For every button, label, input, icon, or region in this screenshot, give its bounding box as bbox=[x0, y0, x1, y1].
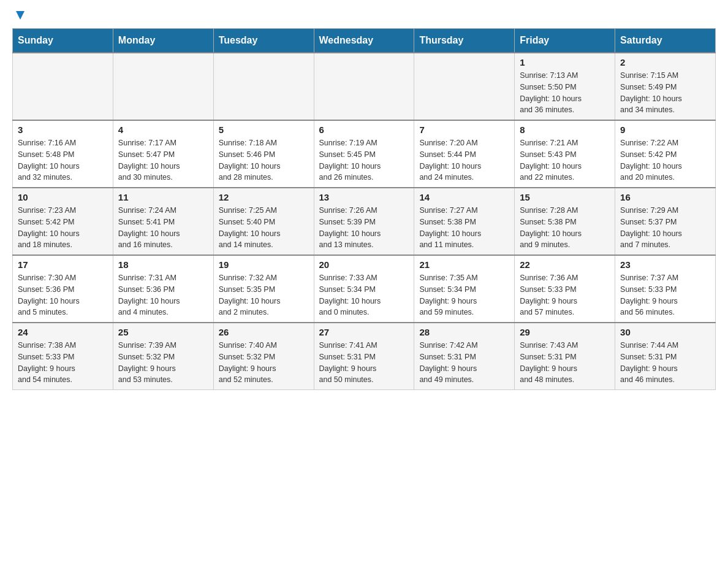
day-number: 18 bbox=[118, 259, 208, 270]
weekday-header-saturday: Saturday bbox=[615, 29, 716, 53]
day-number: 24 bbox=[18, 327, 108, 337]
calendar-cell: 24Sunrise: 7:38 AM Sunset: 5:33 PM Dayli… bbox=[13, 323, 113, 390]
calendar-cell: 4Sunrise: 7:17 AM Sunset: 5:47 PM Daylig… bbox=[113, 120, 213, 188]
calendar-cell: 14Sunrise: 7:27 AM Sunset: 5:38 PM Dayli… bbox=[414, 188, 515, 255]
day-info: Sunrise: 7:32 AM Sunset: 5:35 PM Dayligh… bbox=[219, 272, 309, 318]
day-info: Sunrise: 7:27 AM Sunset: 5:38 PM Dayligh… bbox=[419, 205, 509, 251]
day-number: 16 bbox=[620, 192, 710, 202]
calendar-cell: 12Sunrise: 7:25 AM Sunset: 5:40 PM Dayli… bbox=[213, 188, 314, 255]
day-number: 4 bbox=[118, 124, 208, 135]
calendar-cell bbox=[13, 53, 113, 120]
day-info: Sunrise: 7:36 AM Sunset: 5:33 PM Dayligh… bbox=[520, 272, 610, 318]
calendar-cell: 18Sunrise: 7:31 AM Sunset: 5:36 PM Dayli… bbox=[113, 255, 213, 323]
day-number: 30 bbox=[620, 327, 710, 337]
calendar-cell: 8Sunrise: 7:21 AM Sunset: 5:43 PM Daylig… bbox=[515, 120, 615, 188]
day-number: 27 bbox=[319, 327, 409, 337]
calendar-cell: 23Sunrise: 7:37 AM Sunset: 5:33 PM Dayli… bbox=[615, 255, 716, 323]
calendar-cell: 17Sunrise: 7:30 AM Sunset: 5:36 PM Dayli… bbox=[13, 255, 113, 323]
day-info: Sunrise: 7:30 AM Sunset: 5:36 PM Dayligh… bbox=[18, 272, 108, 318]
calendar-week-row: 24Sunrise: 7:38 AM Sunset: 5:33 PM Dayli… bbox=[13, 323, 716, 390]
day-number: 12 bbox=[219, 192, 309, 202]
day-number: 11 bbox=[118, 192, 208, 202]
calendar-cell: 1Sunrise: 7:13 AM Sunset: 5:50 PM Daylig… bbox=[515, 53, 615, 120]
day-number: 17 bbox=[18, 259, 108, 270]
calendar-cell: 27Sunrise: 7:41 AM Sunset: 5:31 PM Dayli… bbox=[314, 323, 414, 390]
day-info: Sunrise: 7:17 AM Sunset: 5:47 PM Dayligh… bbox=[118, 137, 208, 183]
day-number: 1 bbox=[520, 57, 610, 67]
day-number: 21 bbox=[419, 259, 509, 270]
day-number: 19 bbox=[219, 259, 309, 270]
day-info: Sunrise: 7:29 AM Sunset: 5:37 PM Dayligh… bbox=[620, 205, 710, 251]
calendar-cell: 3Sunrise: 7:16 AM Sunset: 5:48 PM Daylig… bbox=[13, 120, 113, 188]
day-info: Sunrise: 7:19 AM Sunset: 5:45 PM Dayligh… bbox=[319, 137, 409, 183]
day-number: 5 bbox=[219, 124, 309, 135]
day-info: Sunrise: 7:41 AM Sunset: 5:31 PM Dayligh… bbox=[319, 340, 409, 386]
day-info: Sunrise: 7:25 AM Sunset: 5:40 PM Dayligh… bbox=[219, 205, 309, 251]
day-number: 23 bbox=[620, 259, 710, 270]
day-info: Sunrise: 7:31 AM Sunset: 5:36 PM Dayligh… bbox=[118, 272, 208, 318]
day-number: 20 bbox=[319, 259, 409, 270]
day-number: 13 bbox=[319, 192, 409, 202]
svg-marker-0 bbox=[16, 11, 25, 20]
calendar-cell: 25Sunrise: 7:39 AM Sunset: 5:32 PM Dayli… bbox=[113, 323, 213, 390]
calendar-week-row: 3Sunrise: 7:16 AM Sunset: 5:48 PM Daylig… bbox=[13, 120, 716, 188]
day-number: 22 bbox=[520, 259, 610, 270]
day-info: Sunrise: 7:39 AM Sunset: 5:32 PM Dayligh… bbox=[118, 340, 208, 386]
day-number: 6 bbox=[319, 124, 409, 135]
day-number: 28 bbox=[419, 327, 509, 337]
weekday-header-friday: Friday bbox=[515, 29, 615, 53]
calendar-cell: 5Sunrise: 7:18 AM Sunset: 5:46 PM Daylig… bbox=[213, 120, 314, 188]
day-number: 2 bbox=[620, 57, 710, 67]
calendar-cell: 30Sunrise: 7:44 AM Sunset: 5:31 PM Dayli… bbox=[615, 323, 716, 390]
day-number: 26 bbox=[219, 327, 309, 337]
day-number: 7 bbox=[419, 124, 509, 135]
day-info: Sunrise: 7:42 AM Sunset: 5:31 PM Dayligh… bbox=[419, 340, 509, 386]
day-info: Sunrise: 7:37 AM Sunset: 5:33 PM Dayligh… bbox=[620, 272, 710, 318]
calendar-cell: 13Sunrise: 7:26 AM Sunset: 5:39 PM Dayli… bbox=[314, 188, 414, 255]
calendar-cell: 26Sunrise: 7:40 AM Sunset: 5:32 PM Dayli… bbox=[213, 323, 314, 390]
calendar-cell: 20Sunrise: 7:33 AM Sunset: 5:34 PM Dayli… bbox=[314, 255, 414, 323]
day-info: Sunrise: 7:18 AM Sunset: 5:46 PM Dayligh… bbox=[219, 137, 309, 183]
day-number: 3 bbox=[18, 124, 108, 135]
day-number: 9 bbox=[620, 124, 710, 135]
day-info: Sunrise: 7:38 AM Sunset: 5:33 PM Dayligh… bbox=[18, 340, 108, 386]
day-number: 10 bbox=[18, 192, 108, 202]
calendar-cell: 6Sunrise: 7:19 AM Sunset: 5:45 PM Daylig… bbox=[314, 120, 414, 188]
day-number: 15 bbox=[520, 192, 610, 202]
day-info: Sunrise: 7:44 AM Sunset: 5:31 PM Dayligh… bbox=[620, 340, 710, 386]
day-number: 25 bbox=[118, 327, 208, 337]
day-info: Sunrise: 7:20 AM Sunset: 5:44 PM Dayligh… bbox=[419, 137, 509, 183]
logo bbox=[12, 12, 27, 22]
day-info: Sunrise: 7:33 AM Sunset: 5:34 PM Dayligh… bbox=[319, 272, 409, 318]
day-info: Sunrise: 7:13 AM Sunset: 5:50 PM Dayligh… bbox=[520, 70, 610, 116]
calendar-cell bbox=[213, 53, 314, 120]
day-number: 8 bbox=[520, 124, 610, 135]
calendar-cell: 16Sunrise: 7:29 AM Sunset: 5:37 PM Dayli… bbox=[615, 188, 716, 255]
calendar-cell bbox=[113, 53, 213, 120]
day-number: 14 bbox=[419, 192, 509, 202]
day-info: Sunrise: 7:35 AM Sunset: 5:34 PM Dayligh… bbox=[419, 272, 509, 318]
day-info: Sunrise: 7:15 AM Sunset: 5:49 PM Dayligh… bbox=[620, 70, 710, 116]
weekday-header-thursday: Thursday bbox=[414, 29, 515, 53]
weekday-header-wednesday: Wednesday bbox=[314, 29, 414, 53]
day-info: Sunrise: 7:23 AM Sunset: 5:42 PM Dayligh… bbox=[18, 205, 108, 251]
calendar-cell: 7Sunrise: 7:20 AM Sunset: 5:44 PM Daylig… bbox=[414, 120, 515, 188]
calendar-cell bbox=[314, 53, 414, 120]
calendar-week-row: 17Sunrise: 7:30 AM Sunset: 5:36 PM Dayli… bbox=[13, 255, 716, 323]
calendar-cell: 2Sunrise: 7:15 AM Sunset: 5:49 PM Daylig… bbox=[615, 53, 716, 120]
calendar-cell: 19Sunrise: 7:32 AM Sunset: 5:35 PM Dayli… bbox=[213, 255, 314, 323]
weekday-header-sunday: Sunday bbox=[13, 29, 113, 53]
calendar-cell: 11Sunrise: 7:24 AM Sunset: 5:41 PM Dayli… bbox=[113, 188, 213, 255]
weekday-header-row: SundayMondayTuesdayWednesdayThursdayFrid… bbox=[13, 29, 716, 53]
day-info: Sunrise: 7:21 AM Sunset: 5:43 PM Dayligh… bbox=[520, 137, 610, 183]
day-info: Sunrise: 7:16 AM Sunset: 5:48 PM Dayligh… bbox=[18, 137, 108, 183]
calendar-week-row: 1Sunrise: 7:13 AM Sunset: 5:50 PM Daylig… bbox=[13, 53, 716, 120]
weekday-header-monday: Monday bbox=[113, 29, 213, 53]
calendar-week-row: 10Sunrise: 7:23 AM Sunset: 5:42 PM Dayli… bbox=[13, 188, 716, 255]
logo-triangle-icon bbox=[13, 9, 27, 22]
page-header bbox=[12, 12, 716, 22]
day-info: Sunrise: 7:43 AM Sunset: 5:31 PM Dayligh… bbox=[520, 340, 610, 386]
calendar-cell: 9Sunrise: 7:22 AM Sunset: 5:42 PM Daylig… bbox=[615, 120, 716, 188]
calendar-cell: 22Sunrise: 7:36 AM Sunset: 5:33 PM Dayli… bbox=[515, 255, 615, 323]
day-info: Sunrise: 7:40 AM Sunset: 5:32 PM Dayligh… bbox=[219, 340, 309, 386]
